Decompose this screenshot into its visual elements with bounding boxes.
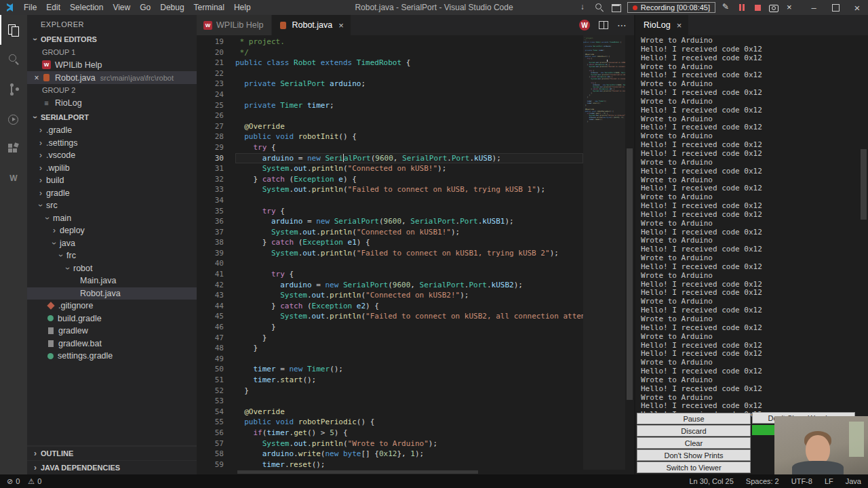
tree-item-java[interactable]: java (27, 237, 197, 250)
activitybar-item-explorer[interactable] (0, 15, 27, 45)
scrollbar-thumb[interactable] (861, 149, 867, 220)
tree-item-build-gradle[interactable]: build.gradle (27, 312, 197, 325)
code-line-46[interactable]: 46 } (197, 322, 583, 333)
pause-icon[interactable] (737, 3, 747, 13)
close-icon[interactable]: × (677, 20, 682, 30)
menu-debug[interactable]: Debug (155, 3, 189, 12)
menu-edit[interactable]: Edit (41, 3, 65, 12)
window-icon[interactable] (610, 2, 621, 13)
camera-icon[interactable] (768, 3, 778, 13)
menu-view[interactable]: View (108, 3, 135, 12)
open-editor-item-wpilib-help[interactable]: WWPILib Help (27, 58, 197, 71)
code-line-35[interactable]: 35 try { (197, 206, 583, 217)
riolog-button-don-t-show-prints[interactable]: Don't Show Prints (637, 449, 751, 461)
tree-item-main[interactable]: main (27, 212, 197, 225)
tab-robot-java[interactable]: Robot.java× (272, 15, 351, 35)
code-line-29[interactable]: 29 try { (197, 142, 583, 153)
open-editor-item-riolog[interactable]: ≡RioLog (27, 96, 197, 109)
arrow-down-icon[interactable] (578, 2, 589, 13)
pencil-icon[interactable] (722, 3, 732, 13)
wpilib-command-icon[interactable]: W (579, 20, 590, 30)
activitybar-item-wpilib[interactable] (0, 164, 27, 194)
activitybar-item-source-control[interactable] (0, 75, 27, 104)
riolog-button-pause[interactable]: Pause (637, 413, 751, 424)
menu-file[interactable]: File (19, 3, 41, 12)
code-line-20[interactable]: 20 */ (197, 47, 583, 58)
code-line-30[interactable]: 30 arduino = new SerialPort(9600, Serial… (197, 153, 583, 164)
code-line-47[interactable]: 47 } (197, 333, 583, 344)
code-line-42[interactable]: 42 arduino = new SerialPort(9600, Serial… (197, 280, 583, 291)
split-editor-icon[interactable] (599, 21, 608, 29)
code-line-43[interactable]: 43 System.out.println("Connected on kUSB… (197, 290, 583, 301)
open-editors-header[interactable]: OPEN EDITORS (27, 33, 197, 46)
status-spaces-2[interactable]: Spaces: 2 (746, 477, 779, 485)
code-line-21[interactable]: 21public class Robot extends TimedRobot … (197, 58, 583, 68)
code-line-48[interactable]: 48 } (197, 343, 583, 354)
code-line-28[interactable]: 28 public void robotInit() { (197, 131, 583, 142)
code-line-23[interactable]: 23 private SerialPort arduino; (197, 79, 583, 89)
code-line-44[interactable]: 44 } catch (Exception e2) { (197, 301, 583, 312)
menu-go[interactable]: Go (135, 3, 155, 12)
code-line-31[interactable]: 31 System.out.println("Connected on kUSB… (197, 163, 583, 174)
code-line-53[interactable]: 53 (197, 396, 583, 407)
tree-item-gradlew[interactable]: gradlew (27, 325, 197, 338)
tree-item-main-java[interactable]: Main.java (27, 274, 197, 287)
activitybar-item-run-debug[interactable] (0, 104, 27, 134)
activitybar-item-search[interactable] (0, 45, 27, 75)
code-line-50[interactable]: 50 timer = new Timer(); (197, 364, 583, 375)
workspace-header[interactable]: SERIALPORT (27, 110, 197, 124)
tree-item-src[interactable]: src (27, 199, 197, 212)
tree-item-build[interactable]: build (27, 174, 197, 187)
code-line-36[interactable]: 36 arduino = new SerialPort(9600, Serial… (197, 216, 583, 227)
menu-terminal[interactable]: Terminal (189, 3, 229, 12)
tree-item-gitignore[interactable]: .gitignore (27, 300, 197, 312)
code-line-27[interactable]: 27 @Override (197, 121, 583, 132)
code-line-24[interactable]: 24 (197, 89, 583, 100)
tree-item-vscode[interactable]: .vscode (27, 149, 197, 162)
code-line-45[interactable]: 45 System.out.println("Failed to connect… (197, 311, 583, 322)
code-line-49[interactable]: 49 (197, 354, 583, 365)
hscrollbar-thumb[interactable] (237, 470, 478, 474)
minimap[interactable]: * project. */public class Robot extends … (583, 35, 625, 470)
tree-item-settings-gradle[interactable]: settings.gradle (27, 350, 197, 363)
code-line-51[interactable]: 51 timer.start(); (197, 375, 583, 386)
code-line-19[interactable]: 19 * project. (197, 37, 583, 47)
code-line-41[interactable]: 41 try { (197, 269, 583, 280)
menu-selection[interactable]: Selection (65, 3, 108, 12)
code-line-52[interactable]: 52 } (197, 386, 583, 396)
code-line-56[interactable]: 56 if(timer.get() > 5) { (197, 428, 583, 439)
code-line-25[interactable]: 25 private Timer timer; (197, 100, 583, 111)
tree-item-gradle[interactable]: gradle (27, 187, 197, 200)
section-java-dependencies[interactable]: JAVA DEPENDENCIES (27, 460, 197, 474)
tree-item-deploy[interactable]: deploy (27, 224, 197, 237)
code-line-22[interactable]: 22 (197, 68, 583, 79)
status-java[interactable]: Java (846, 477, 861, 485)
section-outline[interactable]: OUTLINE (27, 446, 197, 460)
close-icon[interactable]: × (338, 20, 344, 30)
zoom-icon[interactable] (594, 2, 605, 13)
code-line-32[interactable]: 32 } catch (Exception e) { (197, 174, 583, 185)
status-utf-8[interactable]: UTF-8 (791, 477, 812, 485)
tree-item-frc[interactable]: frc (27, 249, 197, 262)
editor-scrollbar[interactable] (625, 35, 634, 470)
riolog-button-switch-to-viewer[interactable]: Switch to Viewer (637, 462, 751, 473)
tree-item-settings[interactable]: .settings (27, 137, 197, 150)
code-line-55[interactable]: 55 public void robotPeriodic() { (197, 417, 583, 428)
code-line-54[interactable]: 54 @Override (197, 407, 583, 418)
code-line-34[interactable]: 34 (197, 195, 583, 206)
open-editor-item-robot-java[interactable]: ×Robot.javasrc\main\java\frc\robot (27, 71, 197, 84)
activitybar-item-extensions[interactable] (0, 134, 27, 164)
riolog-scrollbar[interactable] (859, 35, 868, 474)
code-area[interactable]: 19 * project.20 */21public class Robot e… (197, 35, 583, 470)
code-line-33[interactable]: 33 System.out.println("Failed to connect… (197, 184, 583, 195)
tab-wpilib-help[interactable]: WWPILib Help (197, 15, 272, 35)
code-line-59[interactable]: 59 timer.reset(); (197, 460, 583, 470)
scrollbar-thumb[interactable] (627, 148, 633, 401)
tree-item-robot[interactable]: robot (27, 262, 197, 275)
riolog-button-clear[interactable]: Clear (637, 437, 751, 449)
close-icon[interactable]: × (31, 73, 42, 83)
code-line-58[interactable]: 58 arduino.write(new byte[] {0x12}, 1); (197, 449, 583, 460)
status-lf[interactable]: LF (825, 477, 833, 485)
status-ln-30-col-25[interactable]: Ln 30, Col 25 (689, 477, 733, 485)
close-rec-icon[interactable] (784, 3, 794, 13)
